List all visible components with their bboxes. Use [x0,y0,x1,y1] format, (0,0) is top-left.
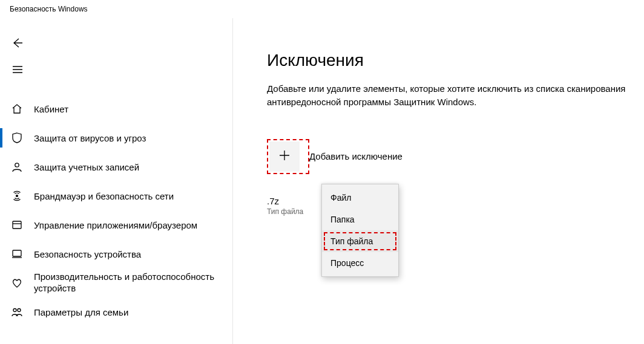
svg-rect-2 [13,221,21,229]
network-icon [11,190,23,202]
back-button[interactable] [4,31,31,54]
svg-point-0 [15,163,19,167]
sidebar-item-family[interactable]: Параметры для семьи [0,297,232,326]
add-highlight [267,139,309,174]
hamburger-icon [12,63,24,76]
sidebar-item-label: Параметры для семьи [34,307,128,317]
content: Исключения Добавьте или удалите элементы… [233,18,644,344]
sidebar-item-home[interactable]: Кабинет [0,94,232,123]
page-description: Добавьте или удалите элементы, которые х… [267,82,642,109]
sidebar-item-device[interactable]: Безопасность устройства [0,239,232,268]
add-exclusion-button[interactable] [269,141,300,172]
plus-icon [277,148,292,164]
heart-icon [11,277,23,289]
window-title: Безопасность Windows [0,0,644,18]
sidebar-item-virus[interactable]: Защита от вирусов и угроз [0,123,232,152]
account-icon [11,161,23,173]
sidebar-item-label: Защита учетных записей [34,162,139,172]
back-arrow-icon [12,37,24,49]
svg-point-1 [16,195,18,197]
sidebar-item-label: Безопасность устройства [34,249,141,259]
hamburger-button[interactable] [4,58,31,81]
svg-point-5 [18,309,21,312]
family-icon [11,306,23,318]
menu-item-filetype[interactable]: Тип файла [322,230,398,252]
sidebar-item-account[interactable]: Защита учетных записей [0,152,232,181]
sidebar-item-health[interactable]: Производительность и работоспособность у… [0,268,232,297]
sidebar-item-appbrowser[interactable]: Управление приложениями/браузером [0,210,232,239]
shield-icon [11,132,23,144]
menu-item-file[interactable]: Файл [322,187,398,209]
page-title: Исключения [267,51,644,70]
svg-point-4 [13,309,16,312]
sidebar-item-label: Управление приложениями/браузером [34,220,197,230]
add-exclusion-menu: Файл Папка Тип файла Процесс [321,184,399,277]
app-browser-icon [11,219,23,231]
sidebar-item-firewall[interactable]: Брандмауэр и безопасность сети [0,181,232,210]
menu-item-folder[interactable]: Папка [322,209,398,230]
sidebar-item-label: Защита от вирусов и угроз [34,133,146,143]
menu-item-process[interactable]: Процесс [322,252,398,274]
add-exclusion-label: Добавить исключение [309,151,402,161]
svg-rect-3 [13,250,21,256]
sidebar-item-label: Производительность и работоспособность у… [34,271,232,294]
sidebar-item-label: Брандмауэр и безопасность сети [34,191,174,201]
device-icon [11,248,23,260]
sidebar: Кабинет Защита от вирусов и угроз Защита… [0,18,233,344]
home-icon [11,103,23,115]
sidebar-item-label: Кабинет [34,104,68,114]
